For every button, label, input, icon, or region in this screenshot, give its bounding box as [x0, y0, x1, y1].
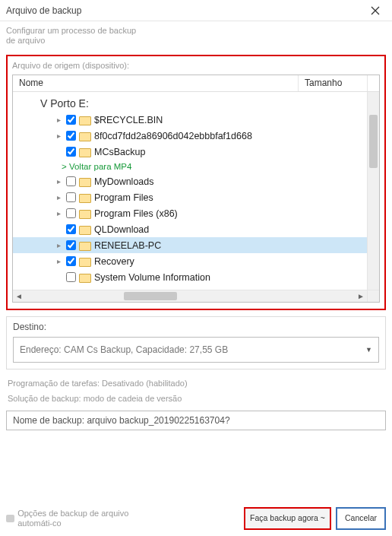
backup-now-button[interactable]: Faça backup agora ~	[244, 507, 331, 530]
item-checkbox[interactable]	[66, 256, 76, 266]
scroll-left-arrow[interactable]: ◄	[13, 292, 25, 300]
horizontal-scrollbar[interactable]: ◄ ►	[13, 290, 379, 302]
item-checkbox[interactable]	[66, 224, 76, 234]
folder-icon	[79, 224, 91, 235]
tree-item[interactable]: ▸Recovery	[13, 253, 367, 269]
auto-options-label: Opções de backup de arquivo automáti-co	[17, 509, 143, 528]
close-button[interactable]	[365, 0, 386, 21]
column-name[interactable]: Nome	[13, 75, 299, 91]
tree-item[interactable]: ▸RENEELAB-PC	[13, 237, 367, 253]
item-label: RENEELAB-PC	[94, 240, 161, 251]
hscroll-track[interactable]	[25, 290, 355, 302]
destination-panel: Destino: Endereço: CAM Cs Backup, Capaci…	[6, 316, 386, 369]
destination-label: Destino:	[13, 322, 379, 332]
expander-icon[interactable]: ▸	[54, 116, 63, 124]
item-checkbox[interactable]	[66, 176, 76, 186]
item-label: 8f0cd7fdd2a86906d042ebbbfaf1d668	[94, 131, 252, 141]
scroll-right-arrow[interactable]: ►	[355, 292, 367, 300]
folder-icon	[79, 256, 91, 267]
window-title: Arquivo de backup	[6, 5, 81, 16]
item-checkbox[interactable]	[66, 131, 76, 141]
scroll-corner	[367, 290, 379, 302]
schedule-text: Programação de tarefas: Desativado (habi…	[0, 374, 392, 392]
chevron-down-icon: ▼	[365, 346, 372, 354]
item-label: Recovery	[94, 256, 134, 267]
folder-icon	[79, 147, 91, 157]
item-checkbox[interactable]	[66, 208, 76, 218]
auto-options[interactable]: Opções de backup de arquivo automáti-co	[6, 509, 143, 528]
drive-root[interactable]: V Porto E:	[13, 95, 367, 112]
item-label: MyDownloads	[94, 176, 154, 187]
source-panel: Arquivo de origem (dispositivo): Nome Ta…	[6, 55, 386, 310]
expander-icon[interactable]: ▸	[54, 209, 63, 217]
auto-options-icon	[6, 515, 14, 522]
folder-icon	[79, 240, 91, 251]
folder-icon	[79, 192, 91, 203]
tree-item[interactable]: ▸$RECYCLE.BIN	[13, 112, 367, 128]
config-subtitle: Configurar um processo de backup de arqu…	[0, 21, 152, 47]
item-label: $RECYCLE.BIN	[94, 115, 163, 125]
backup-name-row	[6, 411, 386, 430]
footer: Opções de backup de arquivo automáti-co …	[0, 507, 392, 530]
item-checkbox[interactable]	[66, 147, 76, 157]
header-scroll-spacer	[367, 75, 379, 91]
expander-icon[interactable]: ▸	[54, 177, 63, 186]
destination-value: Endereço: CAM Cs Backup, Capacidade: 27,…	[20, 344, 228, 355]
source-label: Arquivo de origem (dispositivo):	[12, 61, 380, 70]
item-label: Program Files	[94, 192, 153, 203]
item-label: System Volume Information	[94, 272, 210, 283]
vertical-scroll-thumb[interactable]	[369, 115, 378, 168]
item-checkbox[interactable]	[66, 240, 76, 250]
horizontal-scroll-thumb[interactable]	[124, 292, 177, 300]
item-checkbox[interactable]	[66, 192, 76, 202]
expander-icon[interactable]: ▸	[54, 132, 63, 140]
backup-name-input[interactable]	[6, 411, 386, 430]
tree-body[interactable]: V Porto E:▸$RECYCLE.BIN▸8f0cd7fdd2a86906…	[13, 92, 367, 290]
tree-item[interactable]: ▸QLDownload	[13, 221, 367, 237]
folder-icon	[79, 131, 91, 141]
tree-item[interactable]: ▸Program Files (x86)	[13, 205, 367, 221]
folder-icon	[79, 272, 91, 283]
expander-icon[interactable]: ▸	[54, 257, 63, 265]
cancel-button[interactable]: Cancelar	[336, 507, 386, 530]
solution-text: Solução de backup: modo de cadeia de ver…	[0, 392, 392, 409]
tree-header: Nome Tamanho	[13, 75, 379, 92]
expander-icon[interactable]: ▸	[54, 241, 63, 249]
tree-item[interactable]: ▸Program Files	[13, 189, 367, 205]
destination-dropdown[interactable]: Endereço: CAM Cs Backup, Capacidade: 27,…	[13, 337, 379, 363]
back-link[interactable]: > Voltar para MP4	[13, 160, 367, 173]
item-checkbox[interactable]	[66, 272, 76, 282]
folder-icon	[79, 176, 91, 187]
vertical-scrollbar[interactable]	[367, 92, 379, 290]
column-size[interactable]: Tamanho	[299, 75, 367, 91]
item-label: QLDownload	[94, 224, 149, 235]
folder-icon	[79, 208, 91, 219]
expander-icon[interactable]: ▸	[54, 193, 63, 201]
file-tree: Nome Tamanho V Porto E:▸$RECYCLE.BIN▸8f0…	[12, 75, 380, 303]
tree-item[interactable]: ▸System Volume Information	[13, 269, 367, 285]
titlebar: Arquivo de backup	[0, 0, 392, 21]
tree-item[interactable]: ▸MyDownloads	[13, 173, 367, 189]
tree-item[interactable]: ▸8f0cd7fdd2a86906d042ebbbfaf1d668	[13, 128, 367, 144]
item-checkbox[interactable]	[66, 115, 76, 125]
item-label: Program Files (x86)	[94, 208, 178, 219]
footer-buttons: Faça backup agora ~ Cancelar	[244, 507, 386, 530]
tree-item[interactable]: ▸MCsBackup	[13, 144, 367, 160]
folder-icon	[79, 115, 91, 125]
item-label: MCsBackup	[94, 147, 145, 157]
